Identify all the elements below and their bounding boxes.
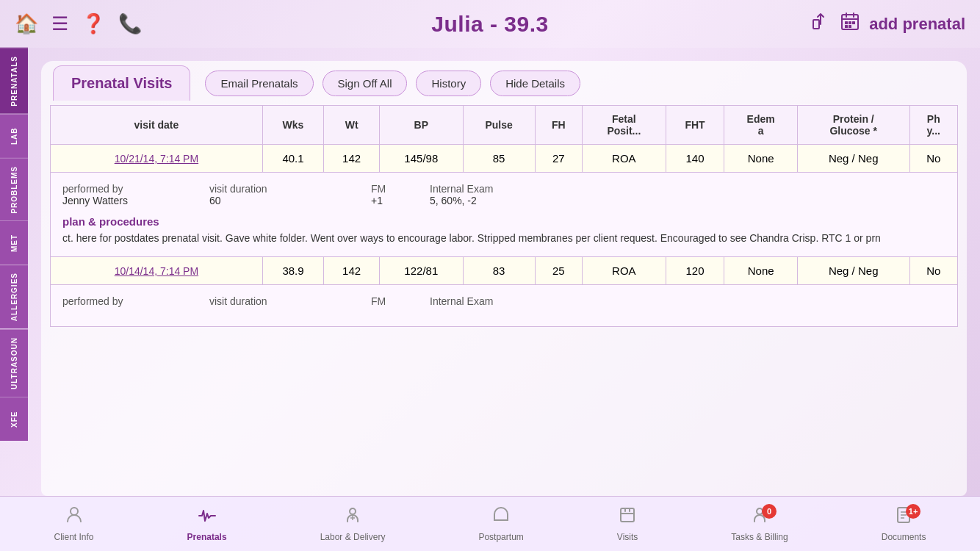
phone-icon[interactable]: 📞 (118, 12, 142, 35)
col-fh: FH (535, 106, 582, 145)
add-prenatal-button[interactable]: add prenatal (869, 15, 965, 34)
wks-value: 38.9 (262, 257, 323, 285)
sidebar-tab-problems[interactable]: PROBLEMS (0, 158, 28, 221)
svg-rect-0 (813, 20, 819, 29)
phy-value: No (909, 145, 957, 173)
prenatal-table-container: visit date Wks Wt BP Pulse FH FetalPosit… (41, 105, 967, 496)
table-header-row: visit date Wks Wt BP Pulse FH FetalPosit… (51, 106, 958, 145)
email-prenatals-button[interactable]: Email Prenatals (205, 71, 313, 96)
nav-documents[interactable]: 1+ Documents (882, 505, 926, 542)
plan-title: plan & procedures (62, 215, 945, 228)
calendar-icon[interactable] (840, 11, 860, 37)
detail-row: performed byJenny Watters visit duration… (51, 173, 958, 257)
svg-point-10 (71, 508, 78, 515)
svg-rect-5 (845, 21, 848, 24)
nav-prenatals-label: Prenatals (187, 532, 227, 542)
detail-grid: performed byJenny Watters visit duration… (62, 183, 945, 206)
col-edema: Edema (724, 106, 798, 145)
nav-visits-label: Visits (617, 532, 638, 542)
prenatal-table: visit date Wks Wt BP Pulse FH FetalPosit… (50, 105, 958, 327)
visit-duration-label: visit duration (209, 295, 371, 307)
sidebar-tab-xfe[interactable]: XFE (0, 397, 28, 441)
detail-cell: performed byJenny Watters visit duration… (51, 173, 958, 257)
nav-visits[interactable]: Visits (617, 505, 638, 542)
history-button[interactable]: History (416, 71, 481, 96)
nav-labor-delivery-label: Labor & Delivery (320, 532, 386, 542)
wt-value: 142 (324, 257, 380, 285)
bp-value: 145/98 (380, 145, 464, 173)
nav-documents-label: Documents (882, 532, 926, 542)
nav-prenatals[interactable]: Prenatals (187, 506, 227, 542)
bottom-nav: Client Info Prenatals Labor & Delivery P… (0, 496, 980, 551)
nav-labor-delivery[interactable]: Labor & Delivery (320, 505, 386, 542)
svg-rect-6 (849, 21, 851, 24)
col-pulse: Pulse (463, 106, 535, 145)
svg-rect-15 (621, 508, 634, 522)
fht-value: 120 (666, 257, 724, 285)
nav-client-info-label: Client Info (54, 532, 94, 542)
panel-title: Prenatal Visits (53, 65, 190, 101)
fetal-pos-value: ROA (583, 145, 666, 173)
top-bar: 🏠 ☰ ❓ 📞 Julia - 39.3 add pr (0, 0, 980, 48)
svg-point-11 (350, 508, 356, 514)
sidebar-tab-lab[interactable]: LAB (0, 114, 28, 158)
visit-duration-label: visit duration60 (209, 183, 371, 206)
sidebar-tab-met[interactable]: MET (0, 220, 28, 264)
help-icon[interactable]: ❓ (82, 12, 105, 35)
visits-icon (618, 505, 637, 529)
wt-value: 142 (324, 145, 380, 173)
sidebar-tab-allergies[interactable]: ALLERGIES (0, 264, 28, 328)
home-icon[interactable]: 🏠 (15, 12, 38, 35)
internal-exam-label: Internal Exam5, 60%, -2 (430, 183, 945, 206)
prenatals-icon (198, 506, 217, 529)
postpartum-icon (491, 505, 511, 529)
prenatal-panel: Prenatal Visits Email Prenatals Sign Off… (41, 61, 967, 496)
col-wt: Wt (324, 106, 380, 145)
table-row: 10/21/14, 7:14 PM 40.1 142 145/98 85 27 … (51, 145, 958, 173)
share-icon[interactable] (810, 11, 831, 37)
col-protein-glucose: Protein /Glucose * (797, 106, 909, 145)
protein-glucose-value: Neg / Neg (797, 257, 909, 285)
pulse-value: 83 (463, 257, 535, 285)
sign-off-all-button[interactable]: Sign Off All (323, 71, 408, 96)
plan-section: plan & procedures ct. here for postdates… (62, 215, 945, 246)
fm-label: FM+1 (371, 183, 430, 206)
nav-tasks-billing-label: Tasks & Billing (731, 532, 788, 542)
client-info-icon (65, 505, 84, 529)
main-content: Prenatal Visits Email Prenatals Sign Off… (28, 48, 980, 496)
fm-label: FM (371, 295, 430, 307)
nav-tasks-billing[interactable]: 0 Tasks & Billing (731, 505, 788, 542)
svg-rect-7 (852, 21, 855, 24)
visit-date-link[interactable]: 10/14/14, 7:14 PM (51, 257, 263, 285)
edema-value: None (724, 257, 798, 285)
protein-glucose-value: Neg / Neg (797, 145, 909, 173)
svg-rect-9 (849, 25, 851, 28)
nav-postpartum-label: Postpartum (478, 532, 523, 542)
top-left-icons: 🏠 ☰ ❓ 📞 (15, 12, 142, 35)
detail-row: performed by visit duration FM Internal … (51, 285, 958, 327)
panel-header: Prenatal Visits Email Prenatals Sign Off… (41, 61, 967, 105)
table-row: 10/14/14, 7:14 PM 38.9 142 122/81 83 25 … (51, 257, 958, 285)
tasks-billing-icon: 0 (750, 505, 769, 529)
fetal-pos-value: ROA (583, 257, 666, 285)
col-fht: FHT (666, 106, 724, 145)
visit-date-link[interactable]: 10/21/14, 7:14 PM (51, 145, 263, 173)
hide-details-button[interactable]: Hide Details (490, 71, 580, 96)
fht-value: 140 (666, 145, 724, 173)
col-fetal-pos: FetalPosit... (583, 106, 666, 145)
sidebar-tab-prenatals[interactable]: PRENATALS (0, 48, 28, 114)
sidebar-tab-ultrasound[interactable]: ULTRASOUN (0, 329, 28, 397)
detail-grid: performed by visit duration FM Internal … (62, 295, 945, 307)
fh-value: 25 (535, 257, 582, 285)
fh-value: 27 (535, 145, 582, 173)
left-sidebar: PRENATALS LAB PROBLEMS MET ALLERGIES ULT… (0, 48, 28, 503)
col-visit-date: visit date (51, 106, 263, 145)
documents-badge: 1+ (906, 504, 920, 519)
nav-client-info[interactable]: Client Info (54, 505, 94, 542)
top-right-actions: add prenatal (810, 11, 965, 37)
plan-text: ct. here for postdates prenatal visit. G… (62, 231, 945, 246)
documents-icon: 1+ (894, 505, 913, 529)
nav-postpartum[interactable]: Postpartum (478, 505, 523, 542)
col-phy: Phy... (909, 106, 957, 145)
list-icon[interactable]: ☰ (51, 12, 68, 35)
